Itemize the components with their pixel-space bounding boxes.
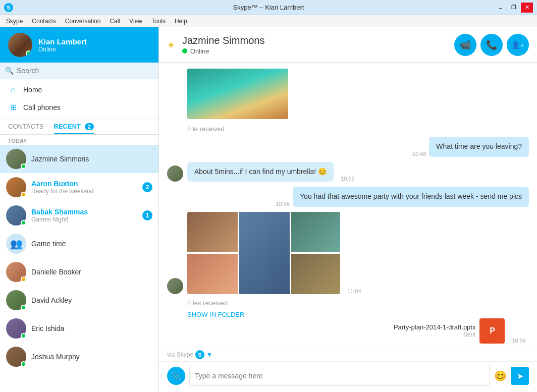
contact-name-babak: Babak Shammas [31,208,137,216]
online-indicator: Online [182,47,449,55]
photo-cell-5 [291,254,340,294]
contact-item-aaron[interactable]: Aaron Buxton Ready for the weekend 2 [0,173,158,201]
status-dot-danielle [21,276,26,282]
bubble-received1: About 5mins...if I can find my umbrella!… [187,162,334,182]
via-skype-text: via Skype [167,351,193,358]
contact-avatar-eric [6,318,26,339]
contact-avatar-joshua [6,347,26,367]
emoji-button[interactable]: 😊 [494,370,507,382]
video-call-button[interactable]: 📹 [454,34,476,56]
pptx-row: Party-plan-2014-1-draft.pptx Sent P 10:5… [167,318,529,344]
section-today: Today [0,135,158,145]
audio-call-button[interactable]: 📞 [480,34,503,56]
tabs-row: CONTACTS RECENT 2 [0,119,158,135]
via-skype: via Skype S ▼ [159,347,537,361]
msg-time-sent2: 10:56 [276,201,290,207]
messages-area[interactable]: File received 10:48 What time are you le… [159,63,537,347]
menu-view[interactable]: View [125,17,146,26]
pptx-icon: P [479,318,505,344]
home-icon: ⌂ [8,85,18,94]
contact-avatar-jazmine [6,149,26,169]
online-status: Online [190,47,209,55]
bubble-sent1: What time are you leaving? [429,137,529,157]
title-bar-left: S [4,3,13,12]
menu-skype[interactable]: Skype [2,17,27,26]
contact-name-david: David Ackley [31,296,152,304]
chat-header: ★ Jazmine Simmons Online 📹 📞 👤+ [159,27,537,63]
skype-logo-small: S [195,350,204,359]
pptx-time: 10:56 [512,338,526,344]
contact-item-babak[interactable]: Babak Shammas Games Night! 1 [0,201,158,230]
attach-button[interactable]: 📎 [167,367,185,385]
menu-help[interactable]: Help [171,17,191,26]
search-input[interactable] [17,67,153,75]
contact-avatar-game-time: 👥 [6,234,26,254]
msg-row-sent2: 10:56 You had that awesome party with yo… [167,187,529,207]
avatar [8,33,32,57]
photo-cell-3 [187,254,238,294]
call-phones-icon: ⊞ [8,102,18,112]
chat-header-info: Jazmine Simmons Online [182,35,449,55]
contact-item-danielle[interactable]: Danielle Booker [0,258,158,286]
photo-cell-1 [187,212,238,252]
video-icon: 📹 [460,39,471,50]
skype-logo-icon: S [4,3,13,12]
nav-home[interactable]: ⌂ Home [0,81,158,98]
contact-name-game-time: Game time [31,240,152,248]
nav-items: ⌂ Home ⊞ Call phones [0,79,158,119]
msg-row-photos: 11:04 [167,212,529,294]
contact-name-aaron: Aaron Buxton [31,180,137,188]
contact-name-danielle: Danielle Booker [31,268,152,276]
tab-recent[interactable]: RECENT 2 [54,123,94,134]
contact-item-eric[interactable]: Eric Ishida [0,314,158,343]
contact-info-jazmine: Jazmine Simmons [31,155,152,163]
chat-actions: 📹 📞 👤+ [454,34,529,56]
contact-avatar-aaron [6,177,26,197]
restore-button[interactable]: ❐ [508,3,520,13]
menu-call[interactable]: Call [105,17,124,26]
msg-row-received1: About 5mins...if I can find my umbrella!… [167,162,529,182]
profile-info: Kian Lambert Online [38,37,87,53]
msg-avatar-jazmine1 [167,165,183,182]
contact-list: Today Jazmine Simmons Aaron Buxton [0,135,158,392]
msg-row-photo [167,69,529,120]
msg-avatar-jazmine2 [167,278,183,294]
input-section: via Skype S ▼ 📎 😊 ➤ [159,347,537,392]
pptx-filename: Party-plan-2014-1-draft.pptx [394,323,476,331]
send-button[interactable]: ➤ [511,367,529,385]
menu-contacts[interactable]: Contacts [28,17,60,26]
minimize-button[interactable]: – [495,3,507,13]
recent-badge: 2 [85,123,94,130]
msg-time-photos: 11:04 [347,288,361,294]
send-icon: ➤ [517,371,523,381]
msg-time-sent1: 10:48 [412,151,426,157]
status-dot-joshua [21,361,26,367]
chat-area: ★ Jazmine Simmons Online 📹 📞 👤+ [159,27,537,392]
profile-name: Kian Lambert [38,37,87,46]
contact-avatar-babak [6,205,26,226]
pptx-info: Party-plan-2014-1-draft.pptx Sent [394,323,476,338]
status-dot [26,50,32,57]
dropdown-arrow[interactable]: ▼ [206,351,212,358]
add-contact-button[interactable]: 👤+ [507,34,529,56]
bubble-sent2: You had that awesome party with your fri… [293,187,529,207]
unread-badge-aaron: 2 [142,182,152,192]
contact-sub-babak: Games Night! [31,216,137,223]
contact-item-joshua[interactable]: Joshua Murphy [0,343,158,371]
menu-tools[interactable]: Tools [147,17,170,26]
contact-info-aaron: Aaron Buxton Ready for the weekend [31,180,137,195]
contact-item-jazmine[interactable]: Jazmine Simmons [0,145,158,173]
online-dot [182,48,187,53]
nav-call-phones[interactable]: ⊞ Call phones [0,98,158,116]
contact-item-david[interactable]: David Ackley [0,286,158,314]
status-dot-aaron [21,192,26,197]
close-button[interactable]: ✕ [521,3,533,13]
show-in-folder-link[interactable]: SHOW IN FOLDER [187,311,529,318]
nav-call-phones-label: Call phones [23,103,61,111]
photo-cell-2 [239,212,290,294]
files-received-label: Files received [187,299,529,307]
message-input[interactable] [189,366,490,386]
menu-conversation[interactable]: Conversation [61,17,105,26]
tab-contacts[interactable]: CONTACTS [8,123,44,134]
contact-item-game-time[interactable]: 👥 Game time [0,230,158,258]
